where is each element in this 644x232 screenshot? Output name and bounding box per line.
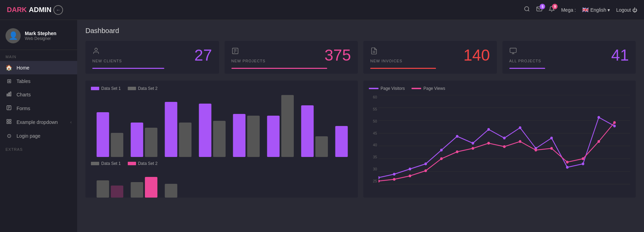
svg-rect-11 — [7, 122, 9, 124]
svg-rect-42 — [165, 184, 177, 198]
chevron-left-icon: ‹ — [70, 120, 72, 125]
language-selector[interactable]: 🇬🇧 English ▾ — [582, 7, 610, 13]
svg-rect-31 — [233, 114, 246, 157]
charts-row: Data Set 1 Data Set 2 — [85, 81, 636, 198]
user-name: Mark Stephen — [25, 31, 56, 36]
legend-visitors-label: Page Visitors — [381, 86, 405, 91]
svg-point-0 — [525, 7, 529, 11]
svg-point-52 — [393, 173, 395, 176]
language-label: English — [590, 7, 606, 13]
svg-rect-24 — [111, 133, 123, 157]
projects-icon — [231, 47, 266, 57]
svg-rect-23 — [97, 112, 109, 157]
svg-rect-12 — [9, 122, 11, 124]
svg-point-13 — [95, 48, 97, 51]
svg-point-64 — [582, 162, 584, 165]
svg-point-59 — [503, 137, 506, 139]
invoices-value: 140 — [464, 47, 490, 63]
svg-point-58 — [487, 128, 490, 131]
clients-value: 27 — [194, 47, 212, 63]
svg-line-1 — [528, 10, 529, 11]
stat-cards: NEW CLIENTS 27 NEW PROJECTS — [85, 41, 636, 74]
svg-point-54 — [424, 162, 427, 165]
stat-card-clients: NEW CLIENTS 27 — [85, 41, 219, 74]
svg-rect-35 — [301, 105, 314, 157]
svg-point-79 — [566, 161, 569, 164]
svg-rect-9 — [7, 119, 9, 121]
svg-point-67 — [378, 180, 380, 182]
logout-icon: ⏻ — [632, 7, 637, 13]
sidebar-item-forms[interactable]: Forms — [0, 102, 77, 115]
svg-point-70 — [424, 169, 427, 172]
svg-rect-38 — [97, 180, 109, 198]
svg-rect-41 — [145, 177, 157, 198]
logout-button[interactable]: Logout ⏻ — [616, 7, 637, 13]
invoices-bar — [370, 68, 436, 69]
stat-card-invoices: NEW INVOICES 140 — [363, 41, 497, 74]
projects-bar — [231, 68, 327, 69]
legend-item-visitors: Page Visitors — [369, 86, 405, 91]
mega-menu-button[interactable]: Mega : — [561, 7, 576, 13]
sidebar-item-example-dropdown[interactable]: Example dropdown ‹ — [0, 115, 77, 129]
forms-icon — [6, 105, 12, 112]
notifications-button[interactable]: 9 — [549, 6, 555, 14]
y-label-35: 35 — [369, 155, 377, 159]
invoices-icon — [370, 47, 402, 57]
logo: DARKADMIN ← — [7, 5, 63, 15]
svg-point-77 — [534, 149, 537, 151]
user-section: 👤 Mark Stephen Web Designer — [0, 23, 77, 50]
line-chart-svg — [378, 95, 630, 184]
projects-label: NEW PROJECTS — [231, 59, 266, 63]
svg-rect-30 — [213, 121, 226, 157]
page-title: Dashboard — [85, 27, 636, 35]
y-label-30: 30 — [369, 167, 377, 171]
svg-point-72 — [456, 150, 458, 153]
sidebar-toggle-button[interactable]: ← — [53, 5, 63, 15]
svg-point-57 — [471, 142, 474, 145]
content: Dashboard NEW CLIENTS 27 — [77, 20, 644, 232]
lang-caret-icon: ▾ — [607, 7, 610, 13]
sidebar-item-login[interactable]: ⊙ Login page — [0, 129, 77, 143]
svg-point-56 — [456, 135, 458, 138]
svg-point-62 — [550, 137, 553, 139]
legend-item-dataset1-b: Data Set 1 — [91, 161, 121, 166]
home-icon: 🏠 — [6, 64, 12, 71]
sidebar-item-home[interactable]: 🏠 Home — [0, 61, 77, 74]
invoices-label: NEW INVOICES — [370, 59, 402, 63]
line-chart-box: Page Visitors Page Views 60 55 50 — [363, 81, 636, 198]
logo-admin: ADMIN — [29, 6, 52, 14]
tables-icon: ⊞ — [6, 78, 12, 84]
svg-point-78 — [550, 147, 553, 150]
svg-point-74 — [487, 142, 490, 145]
legend-dataset2-b-label: Data Set 2 — [138, 161, 158, 166]
sidebar: 👤 Mark Stephen Web Designer Main 🏠 Home … — [0, 20, 77, 232]
topnav: DARKADMIN ← 5 9 Mega : 🇬🇧 English ▾ Logo… — [0, 0, 644, 20]
messages-button[interactable]: 5 — [536, 6, 542, 14]
svg-point-71 — [440, 157, 443, 160]
svg-rect-26 — [145, 128, 157, 157]
svg-rect-29 — [199, 104, 211, 157]
svg-rect-40 — [131, 182, 143, 198]
svg-rect-2 — [7, 94, 8, 96]
projects-value: 375 — [324, 47, 351, 63]
svg-rect-10 — [9, 119, 11, 121]
logout-label: Logout — [616, 7, 631, 13]
legend-item-views: Page Views — [412, 86, 445, 91]
svg-point-53 — [409, 168, 411, 170]
sidebar-item-tables[interactable]: ⊞ Tables — [0, 74, 77, 88]
sidebar-item-charts[interactable]: Charts — [0, 88, 77, 102]
legend-item-dataset2: Data Set 2 — [128, 86, 158, 91]
sidebar-item-home-label: Home — [17, 65, 29, 71]
svg-point-80 — [582, 157, 584, 160]
search-button[interactable] — [524, 6, 530, 14]
bar-chart-legend-2: Data Set 1 Data Set 2 — [91, 161, 352, 166]
svg-rect-39 — [111, 186, 123, 198]
main-layout: 👤 Mark Stephen Web Designer Main 🏠 Home … — [0, 20, 644, 232]
y-label-60: 60 — [369, 95, 377, 99]
svg-rect-33 — [267, 116, 280, 157]
avatar: 👤 — [6, 28, 21, 43]
y-axis: 60 55 50 45 40 35 30 25 — [369, 95, 378, 184]
user-info: Mark Stephen Web Designer — [25, 31, 56, 41]
legend-dataset1-label: Data Set 1 — [101, 86, 121, 91]
svg-rect-32 — [247, 116, 260, 157]
